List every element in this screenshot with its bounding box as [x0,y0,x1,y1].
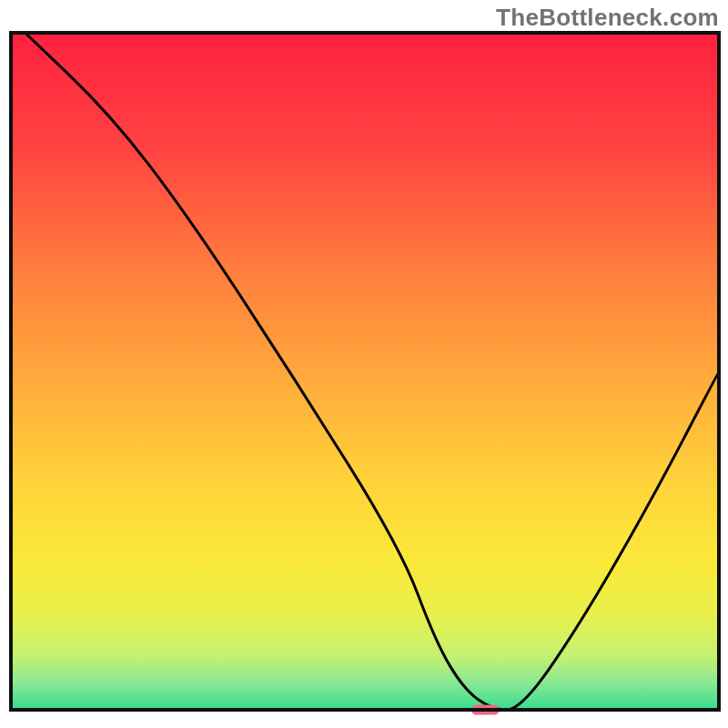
bottleneck-chart [0,0,728,728]
svg-rect-0 [11,33,719,710]
plot-area [11,33,719,715]
chart-stage: TheBottleneck.com [0,0,728,728]
watermark-text: TheBottleneck.com [496,4,719,32]
